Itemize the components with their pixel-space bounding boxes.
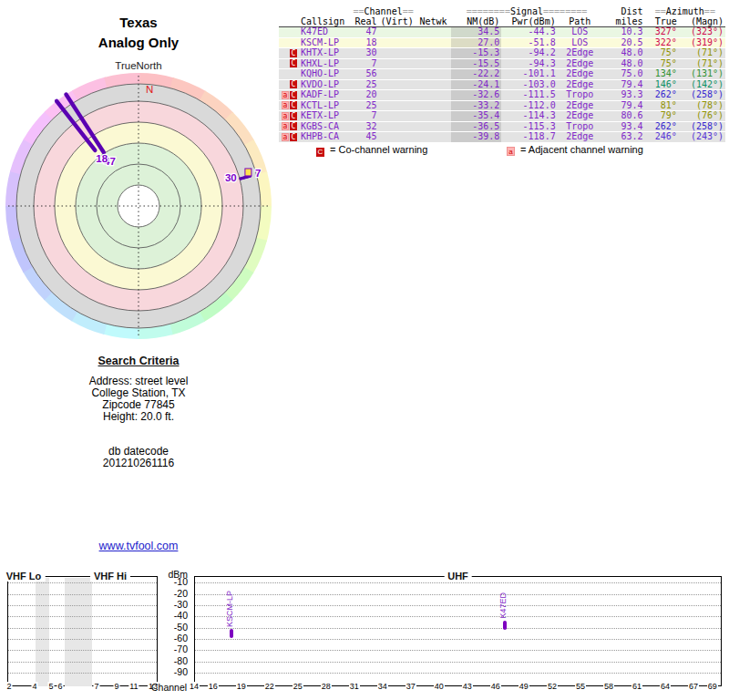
gridline <box>8 639 157 640</box>
cell-netwk <box>416 27 452 38</box>
cell-pwr-dbm: -101.1 <box>501 69 557 80</box>
datecode-value: 201210261116 <box>0 458 277 469</box>
search-criteria-heading: Search Criteria <box>0 355 277 367</box>
channel-tick-label: 55 <box>575 682 586 691</box>
title-mode: Analog Only <box>0 33 277 53</box>
channel-tick-label: 6 <box>57 682 64 691</box>
cell-pwr-dbm: -94.2 <box>501 48 557 59</box>
row-flags <box>279 37 299 48</box>
cell-virt-channel <box>379 90 416 101</box>
co-channel-text: = Co-channel warning <box>330 144 427 155</box>
cell-netwk <box>416 69 452 80</box>
cell-callsign: KVDO-LP <box>299 79 352 90</box>
col-netwk: Netwk <box>416 17 452 27</box>
cell-azimuth-magn: (131°) <box>679 69 725 80</box>
table-row: K47ED4734.5-44.3LOS10.3327°(323°) <box>279 27 725 38</box>
gridline <box>195 628 721 629</box>
co-channel-flag-icon: C <box>290 49 297 57</box>
y-tick-label: -90 <box>153 666 188 677</box>
cell-azimuth-true: 75° <box>645 48 679 59</box>
co-channel-flag-icon: C <box>290 112 297 120</box>
adjacent-channel-flag-icon: a <box>282 133 289 141</box>
cell-real-channel: 25 <box>352 79 379 90</box>
cell-miles: 48.0 <box>602 58 645 69</box>
band-label-vhf-hi: VHF Hi <box>90 571 130 582</box>
table-row: aCKGBS-CA32-36.5-115.3Tropo93.4262°(258°… <box>279 121 725 132</box>
cell-callsign: KADF-LP <box>299 90 352 101</box>
cell-miles: 79.4 <box>602 100 645 111</box>
gridline <box>195 582 721 583</box>
group-azimuth: ==Azimuth== <box>645 7 725 17</box>
cell-callsign: KHTX-LP <box>299 48 352 59</box>
cell-path: LOS <box>558 27 602 38</box>
adjacent-channel-flag-icon: a <box>282 91 289 99</box>
cell-azimuth-true: 322° <box>645 37 679 48</box>
cell-netwk <box>416 90 452 101</box>
channel-tick-label: 58 <box>603 682 614 691</box>
gridline <box>8 605 157 606</box>
y-tick-label: -50 <box>153 622 188 633</box>
table-row: KSCM-LP1827.0-51.8LOS20.5322°(319°) <box>279 37 725 48</box>
channel-tick-label: 52 <box>547 682 558 691</box>
cell-pwr-dbm: -103.0 <box>501 79 557 90</box>
cell-netwk <box>416 132 452 143</box>
cell-netwk <box>416 37 452 48</box>
channel-tick-label: 69 <box>707 682 718 691</box>
report-title: Texas Analog Only <box>0 13 277 53</box>
cell-path: Tropo <box>558 121 602 132</box>
cell-path: 2Edge <box>558 69 602 80</box>
pointer-channel-label: 18 <box>96 153 108 164</box>
cell-path: Tropo <box>558 90 602 101</box>
cell-pwr-dbm: -118.7 <box>501 132 557 143</box>
cell-virt-channel <box>379 79 416 90</box>
cell-azimuth-magn: (243°) <box>679 132 725 143</box>
gridline <box>8 582 157 583</box>
co-channel-flag-icon: C <box>290 101 297 109</box>
cell-miles: 80.6 <box>602 111 645 122</box>
cell-nm-db: -22.2 <box>451 69 501 80</box>
y-tick-label: -20 <box>153 588 188 599</box>
cell-real-channel: 20 <box>352 90 379 101</box>
table-row: CKVDO-LP25-24.1-103.02Edge79.4146°(142°) <box>279 79 725 90</box>
pointer-flag-icon <box>245 169 252 176</box>
radar-svg: N4718307 <box>4 71 273 341</box>
cell-real-channel: 32 <box>352 121 379 132</box>
gridline <box>8 616 157 617</box>
cell-callsign: KCTL-LP <box>299 100 352 111</box>
gridline <box>195 616 721 617</box>
row-flags: aC <box>279 111 299 122</box>
channel-tick-label: 61 <box>631 682 642 691</box>
channel-tick-label: 25 <box>293 682 303 691</box>
cell-nm-db: -24.1 <box>451 79 501 90</box>
site-link-wrap: www.tvfool.com <box>0 537 277 553</box>
cell-netwk <box>416 48 452 59</box>
cell-netwk <box>416 121 452 132</box>
cell-callsign: KGBS-CA <box>299 121 352 132</box>
cell-nm-db: -15.3 <box>451 48 501 59</box>
cell-path: 2Edge <box>558 58 602 69</box>
search-criteria: Search Criteria Address: street level Co… <box>0 355 277 469</box>
row-flags: aC <box>279 90 299 101</box>
cell-azimuth-magn: (78°) <box>679 100 725 111</box>
cell-miles: 93.3 <box>602 90 645 101</box>
signal-bar-label: K47ED <box>498 592 508 619</box>
pointer-channel-label: 7 <box>255 168 261 179</box>
group-signal: ========Signal======== <box>451 7 601 17</box>
cell-virt-channel <box>379 37 416 48</box>
cell-path: 2Edge <box>558 79 602 90</box>
cell-miles: 75.0 <box>602 69 645 80</box>
pointer-channel-label: 30 <box>225 172 237 183</box>
row-flags <box>279 27 299 38</box>
cell-virt-channel <box>379 100 416 111</box>
cell-real-channel: 25 <box>352 100 379 111</box>
channel-tick-label: 11 <box>128 682 139 691</box>
cell-callsign: KHPB-CA <box>299 132 352 143</box>
cell-path: 2Edge <box>558 100 602 111</box>
channel-tick-label: 64 <box>660 682 671 691</box>
table-group-header: ==Channel== ========Signal======== Dist … <box>279 7 725 17</box>
cell-real-channel: 30 <box>352 48 379 59</box>
y-tick-label: -10 <box>153 576 188 587</box>
cell-real-channel: 18 <box>352 37 379 48</box>
channel-tick-label: 22 <box>264 682 275 691</box>
tvfool-link[interactable]: www.tvfool.com <box>99 540 179 552</box>
